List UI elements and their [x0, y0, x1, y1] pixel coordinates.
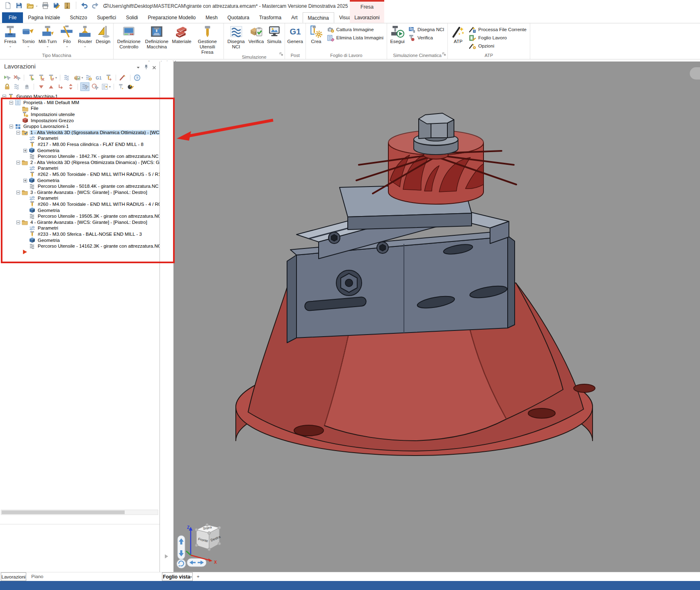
chevron-down-icon[interactable]: ⌄ [9, 44, 11, 48]
chevron-down-icon[interactable]: ⌄ [46, 44, 49, 48]
tool-x-icon[interactable] [36, 73, 46, 82]
tool-refresh-icon[interactable] [46, 73, 55, 82]
tree-item[interactable]: File [0, 105, 160, 112]
tool-play-icon[interactable] [27, 73, 36, 82]
tree-item[interactable]: Percorso Utensile - 5018.4K - girante co… [0, 183, 160, 189]
tab-pagina-iniziale[interactable]: Pagina Iniziale [23, 12, 65, 23]
expander-icon[interactable] [16, 189, 20, 196]
ribbon-button-elimina-lista-immagini[interactable]: Elimina Lista Immagini [326, 34, 385, 41]
panel-tab-lavorazioni[interactable]: Lavorazioni [1, 572, 26, 581]
graphics-viewport[interactable]: Z X Sopra Fronte Destra [173, 62, 700, 572]
expander-icon[interactable] [23, 147, 27, 153]
circle-cursor-icon[interactable] [90, 82, 99, 91]
tab-schizzo[interactable]: Schizzo [65, 12, 92, 23]
tool-arrow-icon[interactable] [104, 73, 113, 82]
expander-icon[interactable] [16, 159, 20, 166]
ribbon-button-design[interactable]: Design [94, 24, 112, 49]
insert-corner-icon[interactable] [56, 82, 65, 91]
expander-icon[interactable] [16, 130, 20, 136]
undo-icon[interactable] [81, 2, 88, 9]
expander-icon[interactable] [23, 177, 27, 183]
tab-quotatura[interactable]: Quotatura [223, 12, 254, 23]
tree-item[interactable]: #233 - M3.00 Sferica - BALL-NOSE END MIL… [0, 231, 160, 237]
wand-s-icon[interactable] [119, 73, 128, 82]
rotate-view-control[interactable] [177, 559, 186, 568]
box-check-icon[interactable] [73, 73, 82, 82]
expander-icon[interactable] [9, 123, 13, 130]
tree-item[interactable]: #262 - M5.00 Toroidale - END MILL WITH R… [0, 171, 160, 178]
scrollbar-thumb[interactable] [2, 510, 125, 514]
new-file-icon[interactable] [4, 2, 11, 9]
tab-superfici[interactable]: Superfici [92, 12, 121, 23]
tree-item[interactable]: Parametri [0, 135, 160, 141]
tree-item[interactable]: #217 - M8.00 Fresa cilindrica - FLAT END… [0, 141, 160, 148]
viewport-side-handle[interactable] [690, 67, 700, 80]
tree-item[interactable]: Impostazioni Grezzo [0, 117, 160, 123]
ribbon-button-foglio-lavoro[interactable]: Foglio Lavoro [468, 34, 528, 41]
ribbon-button-opzioni[interactable]: Opzioni [468, 42, 528, 50]
ribbon-button-atp[interactable]: ATP [449, 24, 467, 49]
ghost-icon[interactable] [22, 82, 31, 91]
ribbon-button-verifica[interactable]: Verifica [407, 34, 445, 41]
pin-icon[interactable] [144, 64, 148, 71]
tree-item[interactable]: Parametri [0, 225, 160, 231]
chevron-down-icon[interactable]: ⌄ [66, 44, 68, 48]
ribbon-button-definizione-macchina[interactable]: Definizione Macchina [143, 24, 171, 54]
waves-icon[interactable] [63, 73, 72, 82]
updown-icon[interactable] [66, 82, 75, 91]
chevron-down-icon[interactable]: ▾ [82, 76, 83, 80]
ribbon-button-definizione-controllo[interactable]: Definizione Controllo [115, 24, 143, 54]
panel-tab-piano[interactable]: Piano [27, 572, 48, 581]
tree-item[interactable]: 4 - Girante Avanzata - [WCS: Girante] - … [0, 219, 160, 225]
tool-s-icon[interactable] [116, 82, 125, 91]
chevron-down-icon[interactable]: ▾ [55, 76, 57, 80]
tree-item[interactable]: Geometria [0, 237, 160, 243]
panel-collapse-arrow-icon[interactable] [165, 554, 168, 558]
tree-item[interactable]: Gruppo Macchina-1 [0, 93, 160, 100]
up-tri-icon[interactable] [46, 82, 55, 91]
ribbon-button-disegna-nci[interactable]: Disegna NCI [225, 24, 247, 54]
open-icon[interactable] [26, 2, 34, 9]
view-cube-gizmo[interactable]: Z X Sopra Fronte Destra [174, 515, 232, 569]
tree-item[interactable]: 3 - Girante Avanzata - [WCS: Girante] - … [0, 189, 160, 196]
expander-icon[interactable] [2, 93, 6, 100]
ribbon-button-genera[interactable]: G1Genera [286, 24, 304, 49]
ribbon-button-processa-file-corrente[interactable]: 1Processa File Corrente [468, 26, 528, 33]
dialog-launcher-icon[interactable] [442, 50, 446, 58]
zip-folder-icon[interactable] [64, 2, 71, 9]
list-opts-icon[interactable] [100, 82, 109, 91]
tree-item[interactable]: Parametri [0, 165, 160, 171]
tree-item[interactable]: Gruppo Lavorazioni-1 [0, 123, 160, 130]
tree-item[interactable]: Geometria [0, 147, 160, 153]
tab-file[interactable]: File [2, 12, 23, 23]
tree-item[interactable]: Percorso Utensile - 1842.7K - girante co… [0, 153, 160, 159]
ribbon-button-mill-turn[interactable]: Mill-Turn⌄ [37, 24, 58, 49]
chevron-down-icon[interactable]: ▾ [109, 85, 111, 89]
ribbon-button-gestione-utensili-fresa[interactable]: Gestione Utensili Fresa [193, 24, 222, 59]
down-tri-icon[interactable] [36, 82, 46, 91]
ribbon-button-tornio[interactable]: Tornio⌄ [19, 24, 37, 49]
chevron-down-icon[interactable]: ⌄ [27, 44, 30, 48]
g1s-icon[interactable]: G1 [94, 73, 103, 82]
waves-gear-icon[interactable] [84, 73, 93, 82]
tree-item[interactable]: Geometria [0, 177, 160, 183]
expander-icon[interactable] [16, 219, 20, 225]
tree-item[interactable]: Percorso Utensile - 19505.3K - girante c… [0, 213, 160, 219]
save-as-icon[interactable] [53, 2, 60, 9]
chevron-down-icon[interactable]: ⌄ [84, 44, 87, 48]
tab-macchina[interactable]: Macchina [303, 12, 334, 23]
save-icon[interactable] [15, 2, 23, 9]
tree-item[interactable]: Proprietà - Mill Default MM [0, 100, 160, 106]
ribbon-button-verifica[interactable]: Verifica [247, 24, 265, 49]
tree-item[interactable]: Parametri [0, 195, 160, 201]
view-sheet-tab[interactable]: Foglio vista-1 [162, 572, 193, 581]
tree-item[interactable]: #260 - M4.00 Toroidale - END MILL WITH R… [0, 201, 160, 207]
tab-art[interactable]: Art [286, 12, 302, 23]
chevron-down-icon[interactable] [136, 64, 140, 71]
help-icon[interactable]: ? [133, 73, 142, 82]
tab-mesh[interactable]: Mesh [201, 12, 222, 23]
ribbon-button-materiale[interactable]: Materiale [171, 24, 192, 49]
print-icon[interactable] [42, 2, 49, 9]
tree-item[interactable]: Impostazioni utensile [0, 112, 160, 118]
ribbon-button-router[interactable]: Router⌄ [76, 24, 94, 49]
